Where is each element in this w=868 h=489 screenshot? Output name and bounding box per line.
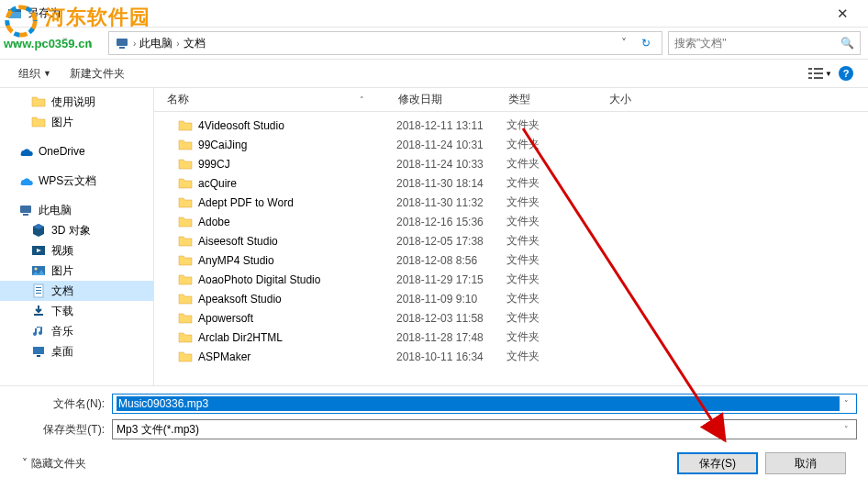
- sidebar-item-14[interactable]: 桌面: [0, 341, 153, 361]
- filetype-label: 保存类型(T):: [11, 422, 112, 438]
- filename-label: 文件名(N):: [11, 396, 112, 412]
- sidebar-item-10[interactable]: 图片: [0, 261, 153, 281]
- filename-input[interactable]: [117, 396, 840, 411]
- sidebar-item-label: 视频: [51, 243, 73, 259]
- history-dropdown[interactable]: ˅: [55, 33, 75, 53]
- sidebar-item-label: 3D 对象: [51, 223, 91, 239]
- svg-point-16: [35, 268, 38, 271]
- table-row[interactable]: Arclab Dir2HTML2018-11-28 17:48文件夹: [154, 328, 868, 347]
- table-row[interactable]: 4Videosoft Studio2018-12-11 13:11文件夹: [154, 116, 868, 135]
- file-date: 2018-11-09 9:10: [396, 293, 506, 306]
- search-input[interactable]: [674, 37, 840, 50]
- file-date: 2018-12-03 11:58: [396, 312, 506, 325]
- sidebar-item-13[interactable]: 音乐: [0, 321, 153, 341]
- svg-rect-18: [36, 287, 41, 288]
- newfolder-button[interactable]: 新建文件夹: [61, 62, 134, 85]
- breadcrumb[interactable]: › 此电脑 › 文档 ˅ ↻: [108, 31, 662, 55]
- svg-rect-5: [119, 47, 125, 49]
- svg-rect-21: [33, 347, 44, 354]
- sidebar-item-5[interactable]: WPS云文档: [0, 171, 153, 191]
- table-row[interactable]: AoaoPhoto Digital Studio2018-11-29 17:15…: [154, 270, 868, 289]
- sidebar[interactable]: 使用说明图片OneDriveWPS云文档此电脑3D 对象视频图片文档下载音乐桌面: [0, 88, 154, 385]
- pc-icon: [115, 36, 129, 50]
- table-row[interactable]: Adobe2018-12-16 15:36文件夹: [154, 212, 868, 231]
- file-date: 2018-12-16 15:36: [396, 216, 506, 228]
- organize-button[interactable]: 组织▼: [9, 62, 61, 85]
- hide-folders-button[interactable]: ˅ 隐藏文件夹: [22, 456, 86, 472]
- sidebar-item-3[interactable]: OneDrive: [0, 141, 153, 161]
- file-type: 文件夹: [506, 310, 607, 326]
- view-button[interactable]: ▼: [807, 62, 833, 84]
- file-date: 2018-11-28 17:48: [396, 331, 506, 344]
- file-list[interactable]: 4Videosoft Studio2018-12-11 13:11文件夹99Ca…: [154, 112, 868, 385]
- file-date: 2018-12-05 17:38: [396, 235, 506, 248]
- crumb-seg2[interactable]: 文档: [184, 36, 206, 51]
- file-type: 文件夹: [506, 117, 607, 133]
- table-row[interactable]: 999CJ2018-11-24 10:33文件夹: [154, 154, 868, 173]
- filename-field[interactable]: ˅: [112, 394, 857, 414]
- sidebar-item-8[interactable]: 3D 对象: [0, 220, 153, 240]
- sidebar-item-label: OneDrive: [39, 145, 85, 158]
- bottom-panel: 文件名(N): ˅ 保存类型(T): ˅ ˅ 隐藏文件夹 保存(S) 取消: [0, 385, 868, 483]
- file-name: AoaoPhoto Digital Studio: [198, 273, 396, 286]
- table-row[interactable]: ASPMaker2018-10-11 16:34文件夹: [154, 347, 868, 366]
- svg-rect-22: [37, 355, 40, 357]
- sidebar-item-7[interactable]: 此电脑: [0, 200, 153, 220]
- col-type[interactable]: 类型: [501, 88, 602, 111]
- file-name: Adobe: [198, 216, 396, 228]
- file-type: 文件夹: [506, 272, 607, 287]
- filename-dropdown[interactable]: ˅: [840, 399, 852, 408]
- table-row[interactable]: AnyMP4 Studio2018-12-08 8:56文件夹: [154, 250, 868, 270]
- back-button[interactable]: ←: [7, 33, 28, 53]
- table-row[interactable]: Adept PDF to Word2018-11-30 11:32文件夹: [154, 193, 868, 212]
- table-row[interactable]: Apowersoft2018-12-03 11:58文件夹: [154, 308, 868, 328]
- search-field[interactable]: 🔍: [668, 31, 861, 55]
- file-name: Apowersoft: [198, 312, 396, 325]
- sidebar-item-9[interactable]: 视频: [0, 240, 153, 261]
- sidebar-item-label: 桌面: [51, 344, 73, 360]
- up-button[interactable]: ↑: [79, 33, 99, 53]
- address-bar: ← → ˅ ↑ › 此电脑 › 文档 ˅ ↻ 🔍: [0, 28, 868, 59]
- file-date: 2018-11-30 11:32: [396, 196, 506, 209]
- col-date[interactable]: 修改日期: [391, 88, 501, 111]
- sidebar-item-label: WPS云文档: [39, 173, 96, 189]
- sidebar-item-1[interactable]: 图片: [0, 112, 153, 132]
- address-dropdown[interactable]: ˅: [616, 37, 632, 50]
- close-button[interactable]: ✕: [824, 1, 861, 27]
- sidebar-item-11[interactable]: 文档: [0, 281, 153, 301]
- sidebar-item-0[interactable]: 使用说明: [0, 92, 153, 112]
- table-row[interactable]: 99CaiJing2018-11-24 10:31文件夹: [154, 135, 868, 154]
- filetype-field[interactable]: ˅: [112, 419, 857, 439]
- sidebar-item-label: 文档: [51, 283, 73, 299]
- svg-rect-4: [117, 39, 128, 46]
- sidebar-item-label: 音乐: [51, 324, 73, 339]
- search-icon[interactable]: 🔍: [840, 37, 854, 50]
- filetype-input[interactable]: [117, 423, 840, 436]
- file-type: 文件夹: [506, 156, 607, 172]
- svg-rect-11: [814, 77, 823, 79]
- forward-button[interactable]: →: [31, 33, 51, 53]
- save-button[interactable]: 保存(S): [677, 452, 758, 474]
- file-type: 文件夹: [506, 329, 607, 345]
- chevron-right-icon: ›: [133, 39, 136, 49]
- file-date: 2018-12-08 8:56: [396, 254, 506, 267]
- chevron-right-icon: ›: [176, 39, 179, 49]
- sidebar-item-label: 下载: [51, 304, 73, 319]
- file-type: 文件夹: [506, 175, 607, 191]
- help-button[interactable]: ?: [833, 62, 859, 84]
- cancel-button[interactable]: 取消: [765, 452, 846, 474]
- svg-rect-8: [808, 72, 812, 74]
- sidebar-item-12[interactable]: 下载: [0, 301, 153, 321]
- table-row[interactable]: Aiseesoft Studio2018-12-05 17:38文件夹: [154, 231, 868, 250]
- file-pane: 名称˄ 修改日期 类型 大小 4Videosoft Studio2018-12-…: [154, 88, 868, 385]
- table-row[interactable]: acQuire2018-11-30 18:14文件夹: [154, 173, 868, 193]
- help-icon: ?: [839, 66, 853, 81]
- filetype-dropdown[interactable]: ˅: [840, 425, 852, 434]
- app-icon: [7, 6, 22, 21]
- refresh-button[interactable]: ↻: [636, 37, 656, 50]
- crumb-seg1[interactable]: 此电脑: [139, 36, 172, 51]
- col-name[interactable]: 名称˄: [154, 88, 391, 111]
- file-name: Aiseesoft Studio: [198, 235, 396, 248]
- table-row[interactable]: Apeaksoft Studio2018-11-09 9:10文件夹: [154, 289, 868, 308]
- col-size[interactable]: 大小: [602, 88, 684, 111]
